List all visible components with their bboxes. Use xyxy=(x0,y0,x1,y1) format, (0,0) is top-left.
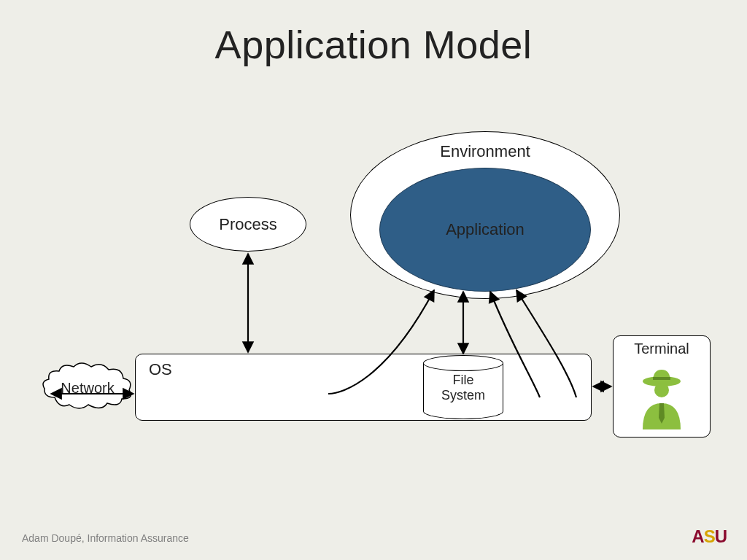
filesystem-label-line2: System xyxy=(441,388,485,402)
process-label: Process xyxy=(219,215,276,234)
asu-logo-u: U xyxy=(715,526,727,546)
asu-logo-a: A xyxy=(692,526,703,546)
application-node: Application xyxy=(379,168,591,292)
filesystem-node: File System xyxy=(423,355,503,413)
environment-label: Environment xyxy=(440,142,530,161)
footer-credit: Adam Doupé, Information Assurance xyxy=(22,532,189,544)
cylinder-bottom-shape xyxy=(423,403,503,419)
asu-logo-s: S xyxy=(704,526,715,546)
network-node: Network xyxy=(40,361,135,412)
filesystem-label-line1: File xyxy=(452,373,473,387)
process-node: Process xyxy=(190,197,306,252)
application-label: Application xyxy=(446,220,525,239)
agent-icon xyxy=(635,367,688,429)
network-label: Network xyxy=(40,380,135,397)
slide-title: Application Model xyxy=(0,22,747,67)
svg-rect-1 xyxy=(653,377,670,380)
filesystem-label: File System xyxy=(423,373,503,402)
asu-logo: ASU xyxy=(692,526,727,547)
terminal-node: Terminal xyxy=(613,335,711,438)
terminal-label: Terminal xyxy=(614,341,710,357)
cylinder-top-shape xyxy=(423,355,503,371)
svg-point-2 xyxy=(654,383,669,397)
arrows-layer xyxy=(0,0,747,560)
slide: Application Model Environment Applicatio… xyxy=(0,0,747,560)
os-node: OS xyxy=(135,354,592,421)
os-label: OS xyxy=(149,360,172,379)
